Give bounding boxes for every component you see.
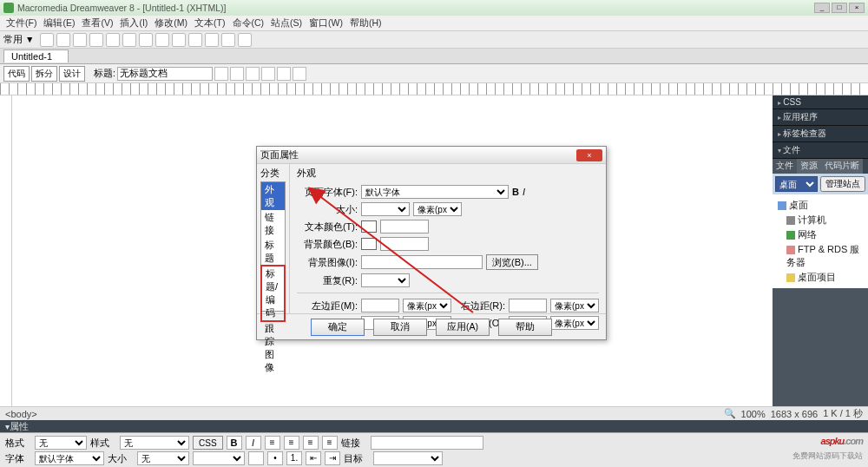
- maximize-button[interactable]: □: [832, 3, 847, 13]
- margin-bottom-unit[interactable]: 像素(px): [550, 316, 599, 330]
- panel-application[interactable]: 应用程序: [773, 109, 868, 126]
- text-color-input[interactable]: [380, 220, 429, 234]
- script-icon[interactable]: [205, 33, 219, 47]
- category-list[interactable]: 外观 链接 标题 标题/编码 跟踪图像: [260, 181, 286, 312]
- menu-site[interactable]: 站点(S): [268, 17, 305, 30]
- media-icon[interactable]: [122, 33, 136, 47]
- templates-icon[interactable]: [221, 33, 235, 47]
- category-headings[interactable]: 标题: [261, 238, 285, 266]
- page-font-select[interactable]: 默认字体: [361, 185, 509, 199]
- tag-chooser-icon[interactable]: [238, 33, 252, 47]
- file-tree[interactable]: 桌面 计算机 网络 FTP & RDS 服务器 桌面项目: [773, 194, 868, 288]
- category-title-encoding[interactable]: 标题/编码: [260, 265, 286, 322]
- menu-modify[interactable]: 修改(M): [152, 17, 190, 30]
- zoom-tool-icon[interactable]: 🔍: [724, 408, 736, 419]
- list-ul-button[interactable]: •: [267, 451, 283, 465]
- font-italic-button[interactable]: I: [523, 187, 525, 197]
- window-size[interactable]: 1683 x 696: [771, 409, 818, 419]
- repeat-select[interactable]: [361, 273, 410, 287]
- zoom-level[interactable]: 100%: [741, 409, 766, 419]
- tag-selector[interactable]: <body>: [5, 409, 37, 419]
- menu-text[interactable]: 文本(T): [192, 17, 227, 30]
- document-tab[interactable]: Untitled-1: [3, 49, 69, 62]
- validate-icon[interactable]: [214, 67, 228, 81]
- font-size-unit-select[interactable]: 像素(px): [413, 202, 462, 216]
- text-color-swatch[interactable]: [248, 451, 264, 465]
- close-button[interactable]: ×: [849, 3, 865, 13]
- date-icon[interactable]: [139, 33, 153, 47]
- bold-button[interactable]: B: [227, 436, 242, 450]
- italic-button[interactable]: I: [246, 436, 261, 450]
- panel-tag-inspector[interactable]: 标签检查器: [773, 126, 868, 142]
- bg-color-swatch[interactable]: [361, 238, 377, 250]
- category-appearance[interactable]: 外观: [261, 182, 285, 210]
- margin-right-unit[interactable]: 像素(px): [550, 299, 599, 312]
- panel-files[interactable]: 文件: [773, 142, 868, 159]
- view-code-button[interactable]: 代码: [3, 66, 30, 82]
- dialog-titlebar[interactable]: 页面属性 ×: [257, 147, 606, 164]
- file-mgmt-icon[interactable]: [230, 67, 244, 81]
- margin-right-input[interactable]: [509, 299, 547, 312]
- category-links[interactable]: 链接: [261, 210, 285, 238]
- menu-view[interactable]: 查看(V): [79, 17, 115, 30]
- size-select[interactable]: 无: [137, 451, 189, 465]
- outdent-button[interactable]: ⇤: [306, 451, 321, 465]
- dialog-close-button[interactable]: ×: [576, 149, 602, 161]
- align-justify-button[interactable]: ≡: [322, 436, 338, 450]
- menu-edit[interactable]: 编辑(E): [41, 17, 77, 30]
- head-icon[interactable]: [188, 33, 202, 47]
- server-include-icon[interactable]: [155, 33, 169, 47]
- css-button[interactable]: CSS: [193, 436, 223, 450]
- bg-image-input[interactable]: [361, 255, 483, 269]
- table-icon[interactable]: [89, 33, 103, 47]
- menu-help[interactable]: 帮助(H): [347, 17, 385, 30]
- category-tracing-image[interactable]: 跟踪图像: [261, 321, 285, 375]
- menu-window[interactable]: 窗口(W): [306, 17, 345, 30]
- minimize-button[interactable]: _: [814, 3, 830, 13]
- target-select[interactable]: [373, 451, 443, 465]
- properties-panel-header[interactable]: ▾ 属性: [0, 420, 868, 432]
- visual-aids-icon[interactable]: [293, 67, 306, 81]
- menu-commands[interactable]: 命令(C): [230, 17, 267, 30]
- margin-left-input[interactable]: [361, 299, 399, 312]
- font-select[interactable]: 默认字体: [35, 451, 104, 465]
- file-tab-assets[interactable]: 资源: [797, 159, 821, 174]
- comment-icon[interactable]: [172, 33, 186, 47]
- apply-button[interactable]: 应用(A): [436, 319, 490, 336]
- style-select[interactable]: 无: [120, 436, 189, 450]
- link-input[interactable]: [371, 436, 483, 450]
- align-left-button[interactable]: ≡: [265, 436, 280, 450]
- size-unit-select[interactable]: [193, 451, 245, 465]
- margin-left-unit[interactable]: 像素(px): [403, 299, 451, 312]
- file-tab-snippets[interactable]: 代码片断: [821, 159, 863, 174]
- format-select[interactable]: 无: [35, 436, 87, 450]
- hyperlink-icon[interactable]: [40, 33, 54, 47]
- help-button[interactable]: 帮助: [498, 319, 552, 336]
- menu-insert[interactable]: 插入(I): [117, 17, 150, 30]
- anchor-icon[interactable]: [73, 33, 87, 47]
- font-size-select[interactable]: [361, 202, 410, 216]
- ok-button[interactable]: 确定: [311, 319, 365, 336]
- page-title-input[interactable]: [117, 67, 213, 81]
- image-icon[interactable]: [106, 33, 120, 47]
- refresh-icon[interactable]: [261, 67, 275, 81]
- view-split-button[interactable]: 拆分: [31, 66, 57, 82]
- cancel-button[interactable]: 取消: [373, 319, 427, 336]
- menu-file[interactable]: 文件(F): [3, 17, 39, 30]
- file-tab-files[interactable]: 文件: [773, 159, 797, 174]
- font-bold-button[interactable]: B: [512, 187, 519, 197]
- browse-button[interactable]: 浏览(B)...: [486, 254, 538, 270]
- preview-icon[interactable]: [246, 67, 260, 81]
- list-ol-button[interactable]: 1.: [286, 451, 302, 465]
- view-design-button[interactable]: 设计: [59, 66, 85, 82]
- indent-button[interactable]: ⇥: [325, 451, 340, 465]
- manage-sites-button[interactable]: 管理站点: [820, 176, 865, 192]
- email-link-icon[interactable]: [56, 33, 70, 47]
- toolbar-group-label[interactable]: 常用 ▼: [3, 34, 34, 46]
- view-options-icon[interactable]: [277, 67, 291, 81]
- align-right-button[interactable]: ≡: [303, 436, 319, 450]
- panel-css[interactable]: CSS: [773, 95, 868, 109]
- text-color-swatch[interactable]: [361, 220, 377, 233]
- align-center-button[interactable]: ≡: [284, 436, 299, 450]
- site-select[interactable]: 桌面: [775, 176, 818, 192]
